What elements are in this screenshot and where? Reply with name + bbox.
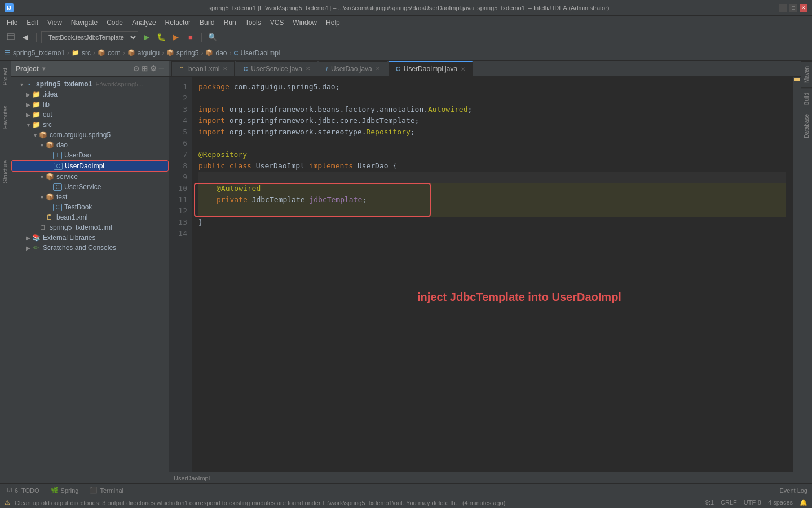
svg-rect-0 — [7, 34, 14, 40]
minimize-button[interactable]: ─ — [779, 4, 787, 12]
tab-userdao[interactable]: I UserDao.java ✕ — [319, 61, 387, 76]
menu-window[interactable]: Window — [288, 17, 321, 28]
tree-label-test-folder: test — [56, 193, 67, 201]
run-with-coverage-btn[interactable]: ▶ — [170, 31, 182, 43]
breadcrumb-src[interactable]: 📁 src — [72, 49, 91, 57]
breadcrumb-sep-4: › — [162, 49, 164, 57]
tab-icon-userdaoimpl: C — [396, 65, 400, 72]
menu-navigate[interactable]: Navigate — [67, 17, 102, 28]
atguigu-icon: 📦 — [127, 49, 135, 56]
breadcrumb-com[interactable]: 📦 com — [98, 49, 121, 57]
inject-annotation-label: inject JdbcTemplate into UserDaoImpl — [417, 291, 621, 303]
todo-icon: ☑ — [7, 487, 12, 494]
left-tab-project[interactable]: Project — [2, 63, 8, 90]
tree-item-src[interactable]: ▾ 📁 src — [11, 120, 169, 130]
project-tree: ▾ ▪ spring5_txdemo1 E:\work\spring5... ▶… — [11, 77, 169, 483]
editor-area: 🗒 bean1.xml ✕ C UserService.java ✕ I Use… — [169, 61, 801, 483]
tree-item-package[interactable]: ▾ 📦 com.atguigu.spring5 — [11, 130, 169, 140]
tree-item-spring5_txdemo1[interactable]: ▾ ▪ spring5_txdemo1 E:\work\spring5... — [11, 79, 169, 89]
menu-edit[interactable]: Edit — [22, 17, 43, 28]
expand-arrow-lib: ▶ — [25, 102, 32, 108]
tab-close-userservice[interactable]: ✕ — [306, 65, 310, 72]
menu-view[interactable]: View — [43, 17, 67, 28]
status-encoding[interactable]: UTF-8 — [744, 499, 761, 506]
code-line-8: public class UserDaoImpl implements User… — [198, 160, 786, 172]
code-editor[interactable]: package com . atguigu . spring5 . dao ; … — [192, 77, 793, 472]
settings-btn[interactable]: ⚙ — [150, 64, 157, 73]
tree-item-lib[interactable]: ▶ 📁 lib — [11, 99, 169, 110]
bottom-tab-terminal[interactable]: ⬛ Terminal — [87, 485, 126, 495]
breadcrumb-atguigu[interactable]: 📦 atguigu — [127, 49, 160, 57]
locate-in-tree-btn[interactable]: ⊙ — [133, 64, 139, 73]
status-indent[interactable]: 4 spaces — [768, 499, 793, 506]
tree-item-extlibs[interactable]: ▶ 📚 External Libraries — [11, 233, 169, 243]
breadcrumb-module[interactable]: ☰ spring5_txdemo1 — [5, 49, 65, 57]
tree-item-idea[interactable]: ▶ 📁 .idea — [11, 89, 169, 99]
left-tab-structure[interactable]: Structure — [2, 156, 8, 188]
menu-file[interactable]: File — [2, 17, 22, 28]
right-gutter — [793, 77, 801, 472]
status-line-ending[interactable]: CRLF — [721, 499, 737, 506]
menu-help[interactable]: Help — [321, 17, 345, 28]
tab-userservice[interactable]: C UserService.java ✕ — [236, 61, 317, 76]
right-tab-database[interactable]: Database — [801, 110, 812, 143]
menu-tools[interactable]: Tools — [241, 17, 266, 28]
bottom-tab-todo[interactable]: ☑ 6: TODO — [5, 485, 42, 495]
tree-item-userservice[interactable]: ▶ C UserService — [11, 182, 169, 192]
tree-item-bean1xml[interactable]: ▶ 🗒 bean1.xml — [11, 212, 169, 222]
tab-close-userdaoimpl[interactable]: ✕ — [461, 66, 465, 72]
collapse-all-btn[interactable]: ⊞ — [142, 64, 148, 73]
tree-item-userdaoimpl[interactable]: ▶ C UserDaoImpl — [11, 160, 169, 172]
project-icon-btn[interactable] — [5, 31, 17, 43]
menu-vcs[interactable]: VCS — [266, 17, 289, 28]
tree-label-userdaoimpl: UserDaoImpl — [65, 162, 104, 170]
search-everywhere-btn[interactable]: 🔍 — [206, 31, 219, 43]
menu-analyze[interactable]: Analyze — [127, 17, 161, 28]
left-tab-favorites[interactable]: Favorites — [2, 101, 8, 133]
gutter-warning — [794, 78, 800, 81]
status-notifications[interactable]: 🔔 — [800, 499, 807, 506]
bottom-tab-spring[interactable]: 🌿 Spring — [48, 485, 81, 495]
tree-item-userdao[interactable]: ▶ I UserDao — [11, 150, 169, 160]
breadcrumb-spring5[interactable]: 📦 spring5 — [166, 49, 198, 57]
event-log-btn[interactable]: Event Log — [779, 487, 807, 494]
tree-item-testbook[interactable]: ▶ C TestBook — [11, 202, 169, 212]
right-tab-build[interactable]: Build — [801, 87, 812, 110]
breadcrumb-dao[interactable]: 📦 dao — [205, 49, 227, 57]
tree-item-service-folder[interactable]: ▾ 📦 service — [11, 172, 169, 182]
tab-close-userdao[interactable]: ✕ — [376, 65, 380, 72]
expand-arrow-dao: ▾ — [38, 142, 45, 148]
stop-btn[interactable]: ■ — [184, 31, 197, 43]
tree-item-out[interactable]: ▶ 📁 out — [11, 110, 169, 120]
iml-icon: 🗒 — [38, 224, 47, 231]
menu-build[interactable]: Build — [195, 17, 219, 28]
debug-btn[interactable]: 🐛 — [155, 31, 167, 43]
right-tab-maven[interactable]: Maven — [801, 61, 812, 87]
run-btn[interactable]: ▶ — [140, 31, 153, 43]
run-config-select[interactable]: TestBook.testJdbcTemplate — [41, 31, 138, 43]
tab-close-bean1xml[interactable]: ✕ — [223, 65, 227, 72]
tree-item-iml[interactable]: ▶ 🗒 spring5_txdemo1.iml — [11, 222, 169, 233]
tree-item-dao-folder[interactable]: ▾ 📦 dao — [11, 140, 169, 150]
tree-item-test-folder[interactable]: ▾ 📦 test — [11, 192, 169, 202]
menu-refactor[interactable]: Refactor — [161, 17, 195, 28]
package-icon: 📦 — [38, 131, 47, 139]
tab-bean1xml[interactable]: 🗒 bean1.xml ✕ — [171, 61, 235, 76]
src-icon: 📁 — [72, 49, 80, 56]
tab-icon-userdao: I — [326, 65, 328, 72]
code-line-3: import org . springframework . beans . f… — [198, 104, 786, 115]
code-line-7: @Repository — [198, 149, 786, 160]
back-btn[interactable]: ◀ — [19, 31, 32, 43]
tree-item-scratches[interactable]: ▶ ✏ Scratches and Consoles — [11, 243, 169, 253]
code-line-9 — [198, 172, 786, 183]
menu-code[interactable]: Code — [102, 17, 127, 28]
maximize-button[interactable]: □ — [789, 4, 797, 12]
close-button[interactable]: ✕ — [800, 4, 807, 12]
tree-label-bean1xml: bean1.xml — [56, 213, 87, 221]
breadcrumb-sep-3: › — [123, 49, 125, 57]
tab-userdaoimpl[interactable]: C UserDaoImpl.java ✕ — [389, 61, 473, 76]
menu-run[interactable]: Run — [219, 17, 241, 28]
breadcrumb-userdaoimpl[interactable]: C UserDaoImpl — [234, 49, 280, 57]
status-position: 9:1 — [705, 499, 714, 506]
hide-panel-btn[interactable]: ─ — [159, 64, 164, 73]
